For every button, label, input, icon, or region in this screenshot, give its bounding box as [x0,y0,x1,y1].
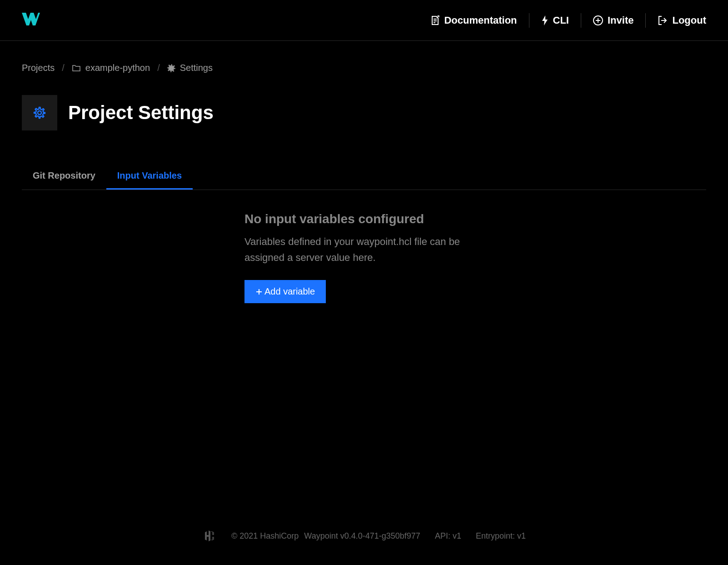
page-title: Project Settings [68,102,214,124]
footer-entrypoint: Entrypoint: v1 [476,531,526,541]
footer-logo [202,529,217,543]
footer-entrypoint-text: Entrypoint: v1 [476,531,526,541]
hashicorp-icon [202,529,217,543]
nav-invite[interactable]: Invite [581,13,646,28]
tab-git-repository-label: Git Repository [33,170,95,180]
waypoint-logo-icon [22,13,40,28]
footer-api-text: API: v1 [435,531,461,541]
nav-invite-label: Invite [608,15,633,26]
footer-copyright: © 2021 HashiCorpWaypoint v0.4.0-471-g350… [231,531,420,541]
nav-documentation[interactable]: Documentation [430,13,529,28]
footer-copyright-text: © 2021 HashiCorp [231,531,299,541]
nav-cli[interactable]: CLI [529,13,581,28]
empty-state-description: Variables defined in your waypoint.hcl f… [244,234,499,265]
breadcrumb-settings-label: Settings [180,63,213,73]
add-variable-button[interactable]: Add variable [244,280,326,303]
plus-circle-icon [593,15,603,25]
footer-product-text: Waypoint v0.4.0-471-g350bf977 [304,531,420,541]
tab-git-repository[interactable]: Git Repository [22,163,106,190]
footer-api: API: v1 [435,531,461,541]
header: Documentation CLI Invite Logout [0,0,728,41]
lightning-icon [541,15,548,25]
breadcrumb-separator: / [62,63,65,73]
breadcrumb-separator: / [157,63,160,73]
logout-icon [658,15,668,25]
gear-icon [167,64,175,72]
breadcrumb-project[interactable]: example-python [72,63,150,73]
plus-icon [255,288,263,295]
breadcrumb-project-label: example-python [85,63,150,73]
breadcrumb-settings[interactable]: Settings [167,63,213,73]
tab-input-variables-label: Input Variables [117,170,182,180]
svg-point-1 [38,111,41,115]
folder-icon [72,65,81,72]
breadcrumb-projects[interactable]: Projects [22,63,55,73]
tab-input-variables[interactable]: Input Variables [106,163,193,190]
breadcrumb: Projects / example-python / Settings [22,63,706,73]
add-variable-button-label: Add variable [264,286,315,297]
nav-links: Documentation CLI Invite Logout [430,13,706,28]
empty-state: No input variables configured Variables … [244,212,499,303]
footer: © 2021 HashiCorpWaypoint v0.4.0-471-g350… [0,514,728,565]
breadcrumb-projects-label: Projects [22,63,55,73]
document-icon [430,15,439,25]
tabs: Git Repository Input Variables [22,163,706,190]
nav-logout-label: Logout [672,15,706,26]
nav-documentation-label: Documentation [444,15,517,26]
logo[interactable] [22,13,40,28]
nav-logout[interactable]: Logout [646,13,706,28]
main-content: Projects / example-python / Settings Pro… [0,41,728,514]
page-header: Project Settings [22,95,706,130]
gear-icon [33,106,46,119]
empty-state-title: No input variables configured [244,212,499,226]
nav-cli-label: CLI [553,15,569,26]
settings-icon-box [22,95,57,130]
